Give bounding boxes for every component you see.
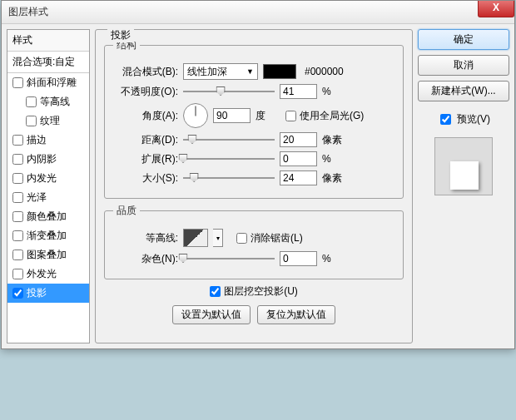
angle-unit: 度 bbox=[256, 109, 280, 123]
close-button[interactable]: X bbox=[478, 1, 514, 17]
effect-panel: 投影 结构 混合模式(B): 线性加深 ▼ #000000 不透明度(O): bbox=[95, 29, 413, 343]
style-item[interactable]: 颜色叠加 bbox=[7, 207, 89, 226]
noise-input[interactable]: 0 bbox=[280, 251, 317, 266]
right-button-panel: 确定 取消 新建样式(W)... 预览(V) bbox=[418, 29, 509, 343]
blend-mode-select[interactable]: 线性加深 ▼ bbox=[183, 63, 258, 80]
angle-dial[interactable] bbox=[183, 103, 208, 128]
style-item[interactable]: 投影 bbox=[7, 284, 89, 303]
opacity-input[interactable]: 41 bbox=[280, 84, 317, 99]
chevron-down-icon: ▼ bbox=[246, 67, 254, 76]
style-item-label: 内阴影 bbox=[27, 152, 57, 166]
color-hex-label: #000000 bbox=[305, 66, 344, 77]
opacity-unit: % bbox=[322, 86, 347, 97]
cancel-button[interactable]: 取消 bbox=[418, 55, 509, 76]
noise-unit: % bbox=[322, 253, 347, 264]
layer-style-dialog: 图层样式 X 样式 混合选项:自定 斜面和浮雕等高线纹理描边内阴影内发光光泽颜色… bbox=[1, 0, 515, 349]
angle-label: 角度(A): bbox=[113, 109, 178, 123]
distance-slider[interactable] bbox=[183, 133, 275, 146]
reset-default-button[interactable]: 复位为默认值 bbox=[257, 305, 335, 324]
style-item-label: 斜面和浮雕 bbox=[27, 76, 77, 90]
distance-label: 距离(D): bbox=[113, 133, 178, 147]
style-item[interactable]: 纹理 bbox=[7, 111, 89, 131]
style-list: 样式 混合选项:自定 斜面和浮雕等高线纹理描边内阴影内发光光泽颜色叠加渐变叠加图… bbox=[7, 29, 90, 343]
quality-legend: 品质 bbox=[113, 204, 140, 218]
size-slider[interactable] bbox=[183, 171, 275, 185]
antialias-checkbox[interactable]: 消除锯齿(L) bbox=[236, 231, 303, 245]
angle-input[interactable]: 90 bbox=[213, 108, 251, 123]
style-item-checkbox[interactable] bbox=[12, 135, 23, 146]
style-item-checkbox[interactable] bbox=[12, 192, 23, 203]
style-item-label: 光泽 bbox=[27, 190, 47, 205]
style-item[interactable]: 等高线 bbox=[7, 92, 89, 111]
spread-label: 扩展(R): bbox=[113, 152, 178, 166]
style-item[interactable]: 外发光 bbox=[7, 264, 89, 284]
style-item-checkbox[interactable] bbox=[12, 269, 23, 279]
style-item-label: 外发光 bbox=[27, 267, 57, 281]
style-item-checkbox[interactable] bbox=[12, 77, 23, 88]
contour-label: 等高线: bbox=[113, 231, 178, 245]
style-item[interactable]: 渐变叠加 bbox=[7, 226, 89, 245]
style-item[interactable]: 图案叠加 bbox=[7, 245, 89, 264]
titlebar: 图层样式 X bbox=[2, 1, 514, 24]
style-item-checkbox[interactable] bbox=[12, 173, 23, 184]
noise-label: 杂色(N): bbox=[113, 252, 178, 266]
quality-group: 品质 等高线: ▾ 消除锯齿(L) 杂色(N): 0 bbox=[104, 204, 404, 279]
style-item-checkbox[interactable] bbox=[26, 96, 37, 107]
size-unit: 像素 bbox=[322, 171, 347, 185]
global-light-checkbox[interactable]: 使用全局光(G) bbox=[285, 109, 364, 123]
distance-input[interactable]: 20 bbox=[280, 132, 317, 147]
style-item-checkbox[interactable] bbox=[26, 116, 37, 126]
shadow-color-swatch[interactable] bbox=[263, 64, 296, 79]
style-item-label: 描边 bbox=[27, 133, 47, 147]
knockout-checkbox[interactable]: 图层挖空投影(U) bbox=[210, 284, 298, 299]
style-item-checkbox[interactable] bbox=[12, 154, 23, 165]
contour-picker[interactable] bbox=[183, 229, 208, 247]
style-item[interactable]: 光泽 bbox=[7, 188, 89, 207]
style-item[interactable]: 斜面和浮雕 bbox=[7, 73, 89, 92]
blend-mode-label: 混合模式(B): bbox=[113, 65, 178, 79]
preview-thumbnail bbox=[434, 137, 493, 195]
style-item[interactable]: 内发光 bbox=[7, 169, 89, 188]
style-item-label: 等高线 bbox=[40, 95, 70, 109]
style-list-header[interactable]: 样式 bbox=[7, 30, 89, 52]
spread-unit: % bbox=[322, 153, 347, 165]
style-item-label: 纹理 bbox=[40, 114, 60, 128]
distance-unit: 像素 bbox=[322, 133, 347, 147]
contour-dropdown-button[interactable]: ▾ bbox=[213, 229, 223, 247]
style-item-checkbox[interactable] bbox=[12, 250, 23, 260]
style-item-checkbox[interactable] bbox=[12, 288, 23, 299]
style-item-label: 内发光 bbox=[27, 171, 57, 185]
spread-input[interactable]: 0 bbox=[280, 151, 317, 166]
style-item[interactable]: 描边 bbox=[7, 131, 89, 150]
blending-options-item[interactable]: 混合选项:自定 bbox=[7, 52, 89, 73]
panel-title: 投影 bbox=[107, 28, 134, 42]
style-item[interactable]: 内阴影 bbox=[7, 150, 89, 169]
style-item-label: 图案叠加 bbox=[27, 248, 67, 262]
noise-slider[interactable] bbox=[183, 252, 275, 265]
opacity-slider[interactable] bbox=[183, 85, 275, 98]
ok-button[interactable]: 确定 bbox=[418, 29, 509, 50]
style-item-checkbox[interactable] bbox=[12, 211, 23, 222]
spread-slider[interactable] bbox=[183, 152, 275, 166]
style-item-label: 投影 bbox=[27, 286, 47, 300]
style-item-label: 渐变叠加 bbox=[27, 229, 67, 243]
size-label: 大小(S): bbox=[113, 171, 178, 185]
style-item-checkbox[interactable] bbox=[12, 230, 23, 241]
set-default-button[interactable]: 设置为默认值 bbox=[172, 305, 251, 324]
size-input[interactable]: 24 bbox=[280, 170, 317, 185]
dialog-title: 图层样式 bbox=[8, 5, 48, 19]
preview-checkbox[interactable]: 预览(V) bbox=[418, 111, 509, 127]
opacity-label: 不透明度(O): bbox=[113, 85, 178, 99]
new-style-button[interactable]: 新建样式(W)... bbox=[418, 81, 509, 101]
style-item-label: 颜色叠加 bbox=[27, 210, 67, 224]
structure-group: 结构 混合模式(B): 线性加深 ▼ #000000 不透明度(O): 4 bbox=[104, 38, 404, 199]
